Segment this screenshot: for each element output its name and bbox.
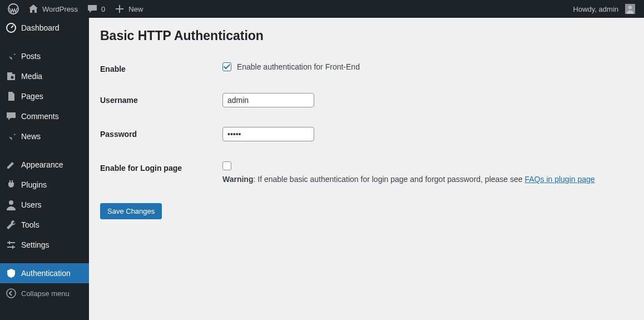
sidebar-item-label: Pages	[21, 92, 43, 101]
plus-icon	[114, 3, 125, 14]
sidebar-item-appearance[interactable]: Appearance	[0, 155, 89, 175]
row-password: Password	[100, 119, 601, 152]
collapse-icon	[6, 288, 17, 299]
page-title: Basic HTTP Authentication	[100, 23, 633, 53]
settings-form: Enable Enable authentication for Front-E…	[100, 53, 601, 195]
collapse-menu-button[interactable]: Collapse menu	[0, 283, 89, 303]
sidebar-item-pages[interactable]: Pages	[0, 86, 89, 106]
appearance-icon	[6, 159, 17, 170]
faqs-link[interactable]: FAQs in plugin page	[524, 175, 595, 184]
label-enable-login: Enable for Login page	[100, 152, 222, 195]
password-input[interactable]	[222, 127, 314, 141]
warning-text: : If enable basic authentication for log…	[253, 175, 524, 184]
tools-icon	[6, 219, 17, 230]
sidebar-item-label: News	[21, 132, 41, 141]
new-label: New	[128, 5, 143, 13]
sidebar-item-settings[interactable]: Settings	[0, 235, 89, 255]
avatar-icon	[625, 4, 635, 14]
comments-link[interactable]: 0	[82, 0, 110, 18]
main-content: Basic HTTP Authentication Enable Enable …	[89, 18, 644, 230]
user-icon	[6, 199, 17, 210]
enable-checkbox[interactable]	[222, 62, 231, 71]
comments-count: 0	[101, 5, 105, 13]
comment-icon	[6, 111, 17, 122]
menu-separator	[0, 149, 89, 152]
pages-icon	[6, 91, 17, 102]
plugin-icon	[6, 179, 17, 190]
username-input[interactable]	[222, 93, 314, 107]
pin-icon	[6, 51, 17, 62]
sidebar-item-comments[interactable]: Comments	[0, 106, 89, 126]
enable-checkbox-label: Enable authentication for Front-End	[237, 62, 360, 71]
sidebar-item-label: Authentication	[21, 269, 71, 278]
sidebar-item-label: Comments	[21, 112, 59, 121]
sidebar-item-label: Dashboard	[21, 23, 60, 32]
sidebar-item-label: Tools	[21, 220, 39, 229]
my-account-link[interactable]: Howdy, admin	[569, 0, 640, 18]
row-enable: Enable Enable authentication for Front-E…	[100, 53, 601, 85]
sidebar-item-dashboard[interactable]: Dashboard	[0, 18, 89, 38]
admin-bar: WordPress 0 New Howdy, admin	[0, 0, 644, 18]
sidebar-item-label: Media	[21, 72, 42, 81]
pin-icon	[6, 131, 17, 142]
sidebar-item-tools[interactable]: Tools	[0, 215, 89, 235]
sidebar-item-media[interactable]: Media	[0, 66, 89, 86]
sidebar-item-plugins[interactable]: Plugins	[0, 175, 89, 195]
shield-icon	[6, 268, 17, 279]
row-enable-login: Enable for Login page Warning: If enable…	[100, 152, 601, 195]
save-changes-button[interactable]: Save Changes	[100, 203, 162, 219]
label-password: Password	[100, 119, 222, 152]
sidebar-item-label: Settings	[21, 240, 49, 249]
warning-strong: Warning	[222, 175, 253, 184]
admin-sidebar: Dashboard Posts Media Pages Comments New…	[0, 18, 89, 320]
howdy-text: Howdy, admin	[573, 5, 618, 13]
site-name-link[interactable]: WordPress	[23, 0, 82, 18]
enable-login-warning: Warning: If enable basic authentication …	[222, 175, 595, 184]
settings-icon	[6, 239, 17, 250]
sidebar-item-news[interactable]: News	[0, 126, 89, 146]
sidebar-item-label: Posts	[21, 52, 41, 61]
sidebar-item-label: Plugins	[21, 180, 47, 189]
site-name: WordPress	[42, 5, 78, 13]
sidebar-item-label: Users	[21, 200, 42, 209]
label-username: Username	[100, 85, 222, 119]
comment-icon	[87, 3, 98, 14]
new-content-link[interactable]: New	[110, 0, 147, 18]
home-icon	[28, 3, 39, 14]
label-enable: Enable	[100, 53, 222, 85]
sidebar-item-authentication[interactable]: Authentication	[0, 263, 89, 283]
enable-login-checkbox[interactable]	[222, 161, 231, 170]
wordpress-logo-icon	[8, 3, 19, 14]
collapse-label: Collapse menu	[21, 289, 70, 298]
dashboard-icon	[6, 22, 17, 33]
row-username: Username	[100, 85, 601, 119]
media-icon	[6, 71, 17, 82]
menu-separator	[0, 41, 89, 43]
sidebar-item-label: Appearance	[21, 160, 63, 169]
menu-separator	[0, 258, 89, 260]
enable-checkbox-wrap[interactable]: Enable authentication for Front-End	[222, 62, 360, 71]
sidebar-item-users[interactable]: Users	[0, 195, 89, 215]
sidebar-item-posts[interactable]: Posts	[0, 46, 89, 66]
wp-logo-menu[interactable]	[3, 0, 23, 18]
